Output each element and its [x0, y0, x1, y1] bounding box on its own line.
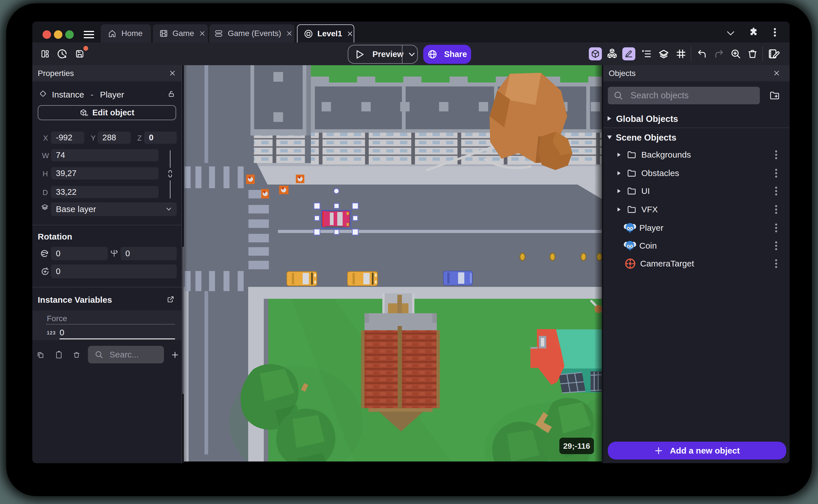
- svg-text:3D: 3D: [85, 114, 88, 117]
- svg-text:29;-116: 29;-116: [563, 442, 590, 450]
